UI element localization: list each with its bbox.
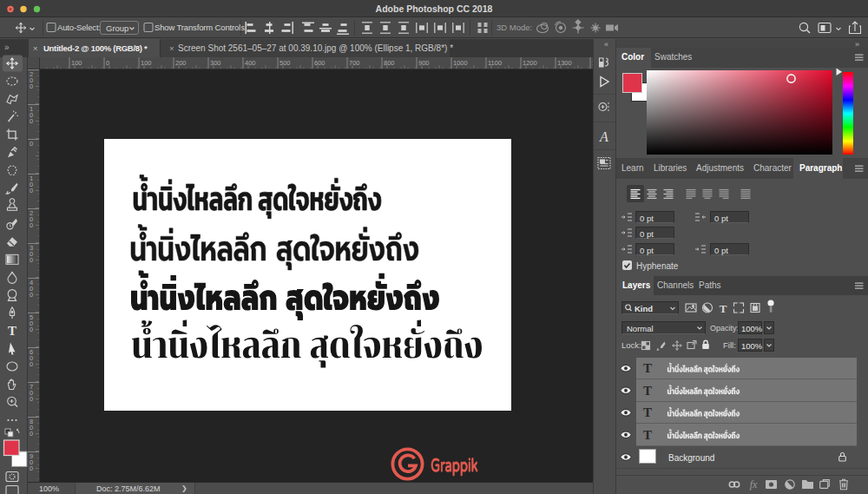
svg-text:T: T [720,302,727,315]
svg-text:T: T [8,324,16,338]
svg-text:fx: fx [750,478,758,491]
svg-text:A: A [599,129,608,144]
